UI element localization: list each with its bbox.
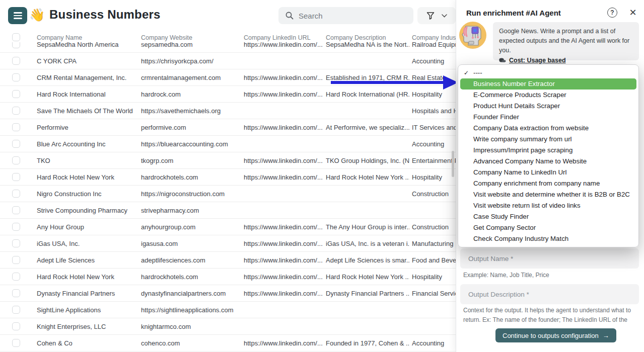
dropdown-option-label: Advanced Company Name to Website xyxy=(473,157,587,165)
dropdown-option-label: Case Study Finder xyxy=(473,213,529,220)
row-checkbox[interactable] xyxy=(12,123,20,131)
dropdown-option[interactable]: ✓---- xyxy=(458,67,638,78)
row-checkbox[interactable] xyxy=(12,156,20,164)
dropdown-option[interactable]: Check Company Industry Match xyxy=(458,233,638,244)
cell-linkedin: https://www.linkedin.com/... xyxy=(244,173,323,181)
output-description-field[interactable] xyxy=(460,284,639,304)
column-header: Company Indus xyxy=(412,34,456,41)
cell-name: Any Hour Group xyxy=(37,223,137,231)
table-row: Dynasty Financial Partnersdynastyfinanci… xyxy=(0,285,456,302)
dropdown-option-label: Impressum/Imprint page scraping xyxy=(473,146,573,154)
dropdown-option-label: Company enrichment from company name xyxy=(473,180,600,187)
help-icon[interactable]: ? xyxy=(607,8,617,18)
search-icon xyxy=(285,12,294,20)
dropdown-option[interactable]: Case Study Finder xyxy=(458,211,638,222)
dropdown-option[interactable]: E-Commerce Products Scraper xyxy=(458,90,638,101)
dropdown-option[interactable]: Company Data extraction from website xyxy=(458,123,638,134)
cell-website: anyhourgroup.com xyxy=(141,223,241,231)
table-scrollbar[interactable] xyxy=(452,151,454,177)
panel-title: Run enrichment #AI Agent xyxy=(466,9,561,17)
cell-name: Nigro Construction Inc xyxy=(37,190,137,198)
table-row: Blue Arc Accounting Inchttps://bluearcac… xyxy=(0,136,456,152)
hamburger-menu-button[interactable] xyxy=(8,7,27,24)
row-checkbox[interactable] xyxy=(12,57,20,65)
table-row: Performiveperformive.comhttps://www.link… xyxy=(0,119,456,136)
wave-emoji: 👋 xyxy=(29,8,45,22)
row-checkbox[interactable] xyxy=(12,73,20,81)
cell-website: knightarmco.com xyxy=(141,323,241,330)
dropdown-option[interactable]: Write company summary from url xyxy=(458,134,638,145)
table-row: Hard Rock Hotel New Yorkhardrockhotels.c… xyxy=(0,269,456,285)
row-checkbox[interactable] xyxy=(12,306,20,314)
cell-website: tkogrp.com xyxy=(141,157,241,164)
close-icon[interactable]: ✕ xyxy=(627,7,638,18)
row-checkbox[interactable] xyxy=(12,339,20,347)
cell-description: The Any Hour Group is inter... xyxy=(326,223,409,231)
agent-description: Google News. Write a prompt and a list o… xyxy=(499,27,633,55)
dropdown-option[interactable]: Founder Finder xyxy=(458,112,638,123)
row-checkbox[interactable] xyxy=(12,140,20,148)
dropdown-option-label: Business Number Extractor xyxy=(473,80,555,87)
dropdown-option[interactable]: Business Number Extractor xyxy=(460,78,636,90)
output-name-field[interactable] xyxy=(460,248,639,269)
table-row: Adept Life Sciencesadeptlifesciences.com… xyxy=(0,252,456,269)
cell-industry: Hospitals and H xyxy=(412,107,456,115)
cell-website: https://bluearcaccounting.com xyxy=(141,140,241,148)
search-input[interactable]: Search xyxy=(278,7,413,24)
agent-description-box: Google News. Write a prompt and a list o… xyxy=(493,22,639,60)
dropdown-option[interactable]: Visit website and determine whether it i… xyxy=(458,189,638,200)
cell-industry: IT Services and xyxy=(412,124,456,131)
row-checkbox[interactable] xyxy=(12,256,20,264)
continue-button-label: Continue to outputs configuration xyxy=(503,332,599,339)
row-checkbox[interactable] xyxy=(12,223,20,231)
row-checkbox[interactable] xyxy=(12,90,20,98)
select-all-checkbox[interactable] xyxy=(12,33,20,41)
cost-link[interactable]: Cost: Usage based xyxy=(509,57,566,64)
hamburger-icon xyxy=(14,12,22,14)
cell-website: hardrockhotels.com xyxy=(141,273,241,281)
row-checkbox[interactable] xyxy=(12,190,20,198)
continue-button[interactable]: Continue to outputs configuration → xyxy=(495,328,616,342)
cell-linkedin: https://www.linkedin.com/... xyxy=(244,240,323,247)
cell-linkedin: https://www.linkedin.com/... xyxy=(244,157,323,164)
table-row: SightLine Applicationshttps://sightlinea… xyxy=(0,302,456,318)
cell-website: https://chrisyorkcpa.com/ xyxy=(141,57,241,65)
filter-button[interactable] xyxy=(417,7,456,24)
table-row: Cohen & Cocohenco.comhttps://www.linkedi… xyxy=(0,335,456,351)
dropdown-option[interactable]: Company enrichment from company name xyxy=(458,178,638,189)
row-checkbox[interactable] xyxy=(12,173,20,181)
cell-linkedin: https://www.linkedin.com/... xyxy=(244,339,323,347)
dropdown-option[interactable]: Advanced Company Name to Website xyxy=(458,156,638,167)
cell-name: CRM Rental Management, Inc. xyxy=(37,74,137,81)
cell-name: Strive Compounding Pharmacy xyxy=(37,207,137,214)
row-checkbox[interactable] xyxy=(12,273,20,281)
cell-description: At Performive, we specializ... xyxy=(326,124,409,131)
row-checkbox[interactable] xyxy=(12,239,20,247)
row-checkbox[interactable] xyxy=(12,107,20,115)
cell-description: Dynasty Financial Partners ... xyxy=(326,290,409,297)
cell-website: strivepharmacy.com xyxy=(141,207,241,214)
cell-description: Hard Rock Hotel New York ... xyxy=(326,173,409,181)
row-checkbox[interactable] xyxy=(12,322,20,330)
dropdown-option[interactable]: Product Hunt Details Scraper xyxy=(458,101,638,112)
cell-website: https://sightlineapplications.com xyxy=(141,306,241,314)
row-checkbox[interactable] xyxy=(12,206,20,214)
cell-linkedin: https://www.linkedin.com/... xyxy=(244,91,323,98)
cell-name: Adept Life Sciences xyxy=(37,256,137,264)
cell-website: crmrentalmanagement.com xyxy=(141,74,241,81)
cell-name: Performive xyxy=(37,124,137,131)
table-row: Knight Enterprises, LLCknightarmco.com xyxy=(0,318,456,335)
dropdown-option[interactable]: Company Name to LinkedIn Url xyxy=(458,167,638,178)
row-checkbox[interactable] xyxy=(12,289,20,297)
cell-linkedin: https://www.linkedin.com/... xyxy=(244,273,323,281)
cell-industry: Manufacturing xyxy=(412,240,456,247)
cell-website: https://savethemichaels.org xyxy=(141,107,241,115)
dropdown-option[interactable]: Visit website return list of video links xyxy=(458,200,638,211)
cell-name: TKO xyxy=(37,157,137,164)
cell-website: hardrockhotels.com xyxy=(141,173,241,181)
column-header: Company Description xyxy=(326,34,386,41)
dropdown-option[interactable]: Get Company Sector xyxy=(458,222,638,233)
dropdown-option-label: Write company summary from url xyxy=(473,135,572,143)
cell-linkedin: https://www.linkedin.com/... xyxy=(244,256,323,264)
dropdown-option[interactable]: Impressum/Imprint page scraping xyxy=(458,145,638,156)
